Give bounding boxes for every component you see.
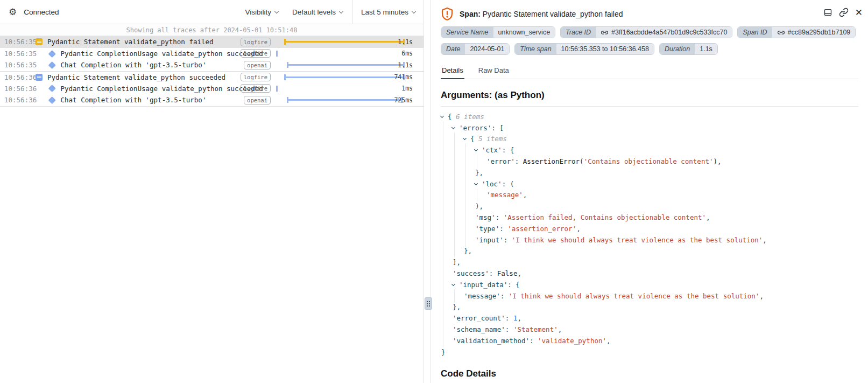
chevron-down-icon [339, 9, 343, 13]
collapse-chevron-icon[interactable] [441, 116, 448, 117]
duration-label: 741ms [394, 73, 413, 81]
arguments-code-block: { 6 items'errors': [{ 5 items'ctx': {'er… [441, 111, 858, 358]
meta-badge-span-id[interactable]: Span ID#cc89a295db1b7109 [737, 26, 856, 38]
time-range-label: Last 5 minutes [361, 8, 408, 16]
indent-guide [452, 178, 463, 190]
logfire-live-view: ⚙ Connected Visibility Default levels La… [0, 0, 868, 383]
meta-badge-time-span: Time span10:56:35.353 to 10:56:36.458 [514, 43, 654, 55]
code-line: }, [441, 167, 858, 178]
meta-badge-trace-id[interactable]: Trace ID#3ff16acbdde4a547b01d9c9c533fcc7… [560, 26, 732, 38]
scope-badge: logfire [241, 38, 271, 46]
code-token: 'type' [475, 225, 499, 233]
indent-guide [452, 167, 463, 178]
code-line: 'message': 'I think we should always tre… [441, 290, 858, 302]
span-diamond-icon [48, 61, 55, 68]
collapse-chevron-icon[interactable] [463, 138, 470, 140]
code-line: } [441, 346, 858, 358]
span-detail-panel: Span: Pydantic Statement validate_python… [431, 0, 868, 383]
meta-badge-duration: Duration1.1s [659, 43, 718, 55]
indent-guide [441, 268, 452, 279]
link-icon [601, 29, 609, 36]
code-token: ], [453, 258, 461, 266]
code-line: 'error': AssertionError('Contains object… [441, 156, 858, 167]
code-token: , [763, 236, 767, 244]
collapse-chevron-icon[interactable] [452, 284, 459, 285]
gear-icon[interactable]: ⚙ [9, 8, 17, 17]
indent-guide [475, 190, 486, 201]
meta-row: Date2024-05-01Time span10:56:35.353 to 1… [441, 43, 858, 55]
indent-guide [441, 246, 452, 257]
trace-row[interactable]: 10:56:36Chat Completion with 'gpt-3.5-tu… [0, 94, 424, 106]
span-tabs: DetailsRaw Data [441, 64, 858, 79]
code-token: : [499, 225, 507, 233]
indent-guide [441, 156, 452, 167]
code-token: : ( [502, 180, 514, 188]
indent-guide [463, 144, 475, 156]
visibility-menu[interactable]: Visibility [245, 8, 278, 16]
trace-timestamp: 10:56:36 [4, 85, 34, 93]
visibility-menu-label: Visibility [245, 8, 271, 16]
duration-bar [276, 50, 407, 57]
code-details-heading: Code Details [441, 368, 858, 379]
tab-details[interactable]: Details [441, 64, 464, 79]
code-line: ), [441, 200, 858, 212]
trace-timestamp: 10:56:35 [4, 61, 34, 69]
indent-guide [452, 246, 463, 257]
code-token: , [517, 314, 521, 322]
dock-bottom-icon[interactable] [823, 8, 832, 17]
trace-row[interactable]: 10:56:35Pydantic CompletionUsage validat… [0, 48, 424, 60]
duration-label: 1ms [401, 85, 413, 92]
code-line: 'input_data': { [441, 279, 858, 290]
span-diamond-icon [48, 96, 55, 103]
duration-bar [276, 38, 407, 45]
trace-row[interactable]: 10:56:35Chat Completion with 'gpt-3.5-tu… [0, 59, 424, 71]
code-token: 'Assertion failed, Contains objectionabl… [504, 213, 706, 221]
code-token: 'error' [486, 157, 515, 165]
duration-label: 1.1s [398, 61, 413, 69]
code-token: : [500, 292, 509, 300]
tab-raw-data[interactable]: Raw Data [477, 64, 510, 79]
code-token: , [558, 325, 562, 333]
time-range-selector[interactable]: Last 5 minutes [352, 0, 424, 24]
code-token: : [504, 236, 512, 244]
indent-guide [463, 200, 475, 212]
code-token: , [523, 191, 527, 199]
panel-resize-handle[interactable] [425, 297, 432, 310]
trace-row[interactable]: 10:56:36Pydantic Statement validate_pyth… [0, 71, 424, 83]
trace-label: Chat Completion with 'gpt-3.5-turbo' [61, 96, 207, 104]
collapse-chevron-icon[interactable] [475, 183, 482, 185]
duration-bar [276, 61, 407, 68]
indent-guide [441, 290, 452, 302]
duration-bar-range [287, 62, 405, 68]
code-token: 'assertion_error' [507, 225, 576, 233]
close-icon[interactable]: ✕ [855, 8, 863, 17]
meta-badge-value-text: 2024-05-01 [470, 45, 504, 53]
collapse-chevron-icon[interactable] [475, 149, 482, 151]
indent-guide [441, 122, 452, 134]
span-title: Span: Pydantic Statement validate_python… [460, 10, 623, 18]
code-token: }, [475, 169, 483, 177]
code-token: }, [464, 247, 472, 255]
trace-row[interactable]: 10:56:36Pydantic CompletionUsage validat… [0, 82, 424, 94]
code-token: 'Contains objectionable content' [584, 157, 714, 165]
scope-badge: openai [244, 96, 271, 105]
indent-guide [463, 223, 475, 234]
meta-badge-label: Span ID [738, 27, 772, 38]
collapse-chevron-icon[interactable] [452, 127, 459, 129]
meta-badge-value-text: #cc89a295db1b7109 [788, 29, 851, 36]
code-token: : [505, 325, 513, 333]
span-title-text: Pydantic Statement validate_python faile… [483, 10, 623, 18]
indent-guide [441, 167, 452, 178]
indent-guide [475, 156, 486, 167]
code-token: 'errors' [459, 124, 491, 132]
link-icon[interactable] [839, 8, 849, 17]
trace-row[interactable]: 10:56:35Pydantic Statement validate_pyth… [0, 36, 424, 48]
code-token: 'success' [453, 269, 489, 277]
indent-guide [452, 134, 463, 145]
code-token: ), [475, 202, 483, 210]
indent-guide [441, 190, 452, 201]
trace-label: Pydantic CompletionUsage validate_python… [61, 50, 263, 58]
collapse-toggle-warning-icon[interactable] [36, 38, 43, 45]
default-levels-menu[interactable]: Default levels [292, 8, 343, 16]
collapse-toggle-icon[interactable] [36, 74, 43, 81]
